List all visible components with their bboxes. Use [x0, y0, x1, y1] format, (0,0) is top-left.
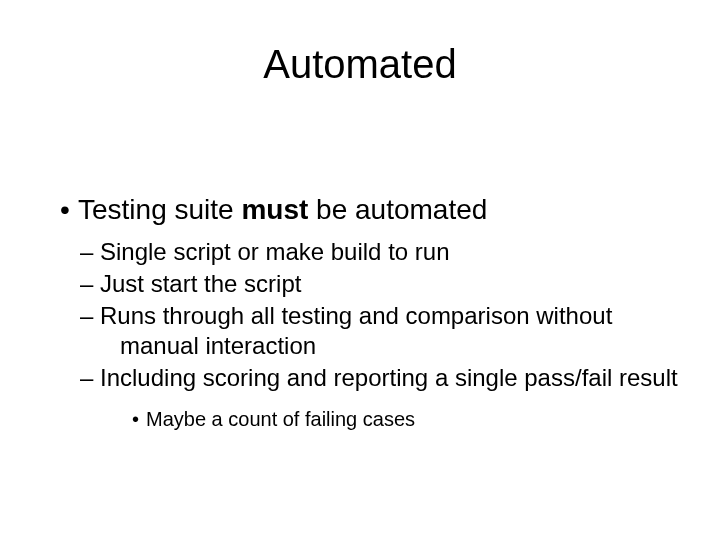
sub-sub-bullet-text: Maybe a count of failing cases [146, 408, 415, 430]
sub-bullet-group: – Single script or make build to run – J… [100, 237, 680, 432]
bullet-text-post: be automated [308, 194, 487, 225]
bullet-level-2: – Single script or make build to run [100, 237, 680, 267]
sub-bullet-text: Single script or make build to run [100, 238, 450, 265]
bullet-dot-icon: • [132, 407, 146, 432]
bullet-level-1: •Testing suite must be automated [60, 192, 680, 227]
bullet-level-3: •Maybe a count of failing cases [132, 407, 680, 432]
bullet-text-pre: Testing suite [78, 194, 241, 225]
slide-body: •Testing suite must be automated – Singl… [60, 192, 680, 432]
sub-sub-bullet-group: •Maybe a count of failing cases [132, 407, 680, 432]
slide-title: Automated [0, 42, 720, 87]
slide: Automated •Testing suite must be automat… [0, 42, 720, 540]
bullet-text-bold: must [241, 194, 308, 225]
bullet-dot-icon: • [60, 192, 78, 227]
sub-bullet-text: Including scoring and reporting a single… [100, 364, 678, 391]
bullet-level-2: – Including scoring and reporting a sing… [100, 363, 680, 393]
sub-bullet-text: Runs through all testing and comparison … [100, 302, 612, 359]
bullet-level-2: – Just start the script [100, 269, 680, 299]
bullet-level-2: – Runs through all testing and compariso… [100, 301, 680, 361]
sub-bullet-text: Just start the script [100, 270, 301, 297]
